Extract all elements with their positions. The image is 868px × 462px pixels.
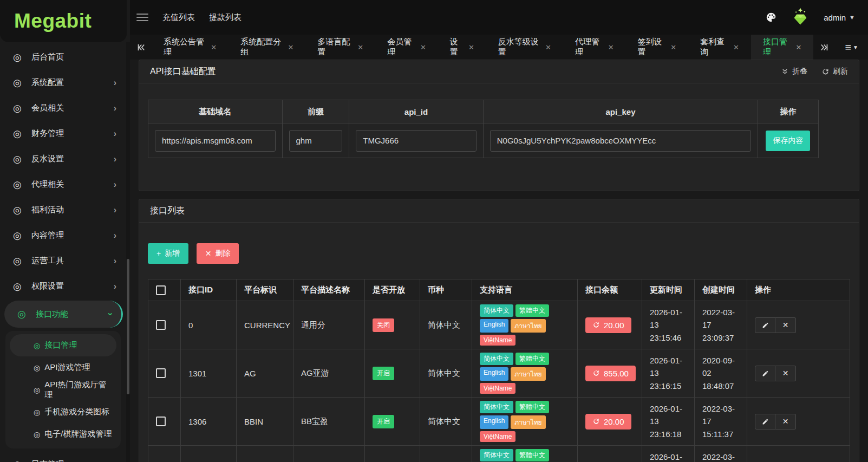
table-row: 0CURRENCY通用分关闭简体中文简体中文繁體中文Englishภาษาไทย… <box>148 301 850 349</box>
tab-close-icon[interactable]: ✕ <box>211 43 217 51</box>
collapse-button[interactable]: 折叠 <box>781 67 807 76</box>
tab-close-icon[interactable]: ✕ <box>670 43 676 51</box>
sidebar-subitem-2[interactable]: ◎API热门游戏厅管理 <box>5 379 121 401</box>
bullseye-icon: ◎ <box>13 179 31 191</box>
delete-row-button[interactable]: ✕ <box>775 414 796 430</box>
edit-button[interactable] <box>755 414 775 430</box>
refresh-button[interactable]: 刷新 <box>821 67 848 76</box>
interface-column-header: 平台标识 <box>237 279 293 301</box>
admin-user-dropdown[interactable]: admin ▼ <box>824 13 855 22</box>
api-config-column-header: 前缀 <box>282 100 349 123</box>
tab-item-4[interactable]: 设置✕ <box>438 35 486 60</box>
balance-refresh-badge[interactable]: 20.00 <box>585 414 631 430</box>
sidebar-item-1[interactable]: ◎系统配置› <box>0 70 126 95</box>
tab-close-icon[interactable]: ✕ <box>420 43 426 51</box>
sidebar-item-7[interactable]: ◎内容管理› <box>0 223 126 248</box>
bullseye-icon: ◎ <box>34 341 40 350</box>
row-checkbox[interactable] <box>156 320 166 330</box>
sidebar-subitem-0[interactable]: ◎接口管理 <box>10 334 116 356</box>
tab-close-icon[interactable]: ✕ <box>545 43 551 51</box>
sidebar-item-8[interactable]: ◎运营工具› <box>0 248 126 274</box>
interface-table: 接口ID平台标识平台描述名称是否开放币种支持语言接口余额更新时间创建时间操作 0… <box>148 279 850 462</box>
operations-cell: ✕ <box>747 398 850 446</box>
tab-item-8[interactable]: 套利查询✕ <box>688 35 751 60</box>
prefix-input[interactable] <box>289 130 343 152</box>
balance-refresh-badge[interactable]: 855.00 <box>585 366 636 381</box>
user-avatar-diamond-icon[interactable] <box>789 6 812 29</box>
platform-code-cell: BBIN <box>237 398 293 446</box>
bullseye-icon: ◎ <box>13 459 31 462</box>
tabs-scroll-left-icon[interactable] <box>130 35 152 60</box>
updated-time-cell: 2026-01-1323:16:18 <box>642 398 695 446</box>
tab-item-6[interactable]: 代理管理✕ <box>563 35 626 60</box>
row-select-cell <box>148 301 181 349</box>
sidebar-item-label: 福利活动 <box>31 205 114 215</box>
api-config-panel-header: API接口基础配置 折叠 刷新 <box>139 60 859 83</box>
theme-palette-icon[interactable] <box>765 11 777 23</box>
sidebar-item-5[interactable]: ◎代理相关› <box>0 172 126 197</box>
chevron-right-icon: › <box>114 180 116 190</box>
sidebar-scrollbar-thumb[interactable] <box>127 259 129 394</box>
tabs-options-menu[interactable]: ≡ ▼ <box>835 35 868 60</box>
sidebar-item-3[interactable]: ◎财务管理› <box>0 121 126 146</box>
sidebar-scrollbar[interactable] <box>126 42 130 462</box>
tab-close-icon[interactable]: ✕ <box>608 43 614 51</box>
bullseye-icon: ◎ <box>13 255 31 267</box>
tab-item-1[interactable]: 系统配置分组✕ <box>229 35 305 60</box>
interface-column-header: 币种 <box>420 279 472 301</box>
tab-item-7[interactable]: 签到设置✕ <box>626 35 689 60</box>
edit-button[interactable] <box>755 366 775 381</box>
row-checkbox[interactable] <box>156 417 166 426</box>
api-key-input[interactable] <box>490 130 751 152</box>
add-button[interactable]: + 新增 <box>148 243 188 264</box>
sidebar-subitem-label: 接口管理 <box>44 340 77 350</box>
language-badge: 繁體中文 <box>515 353 549 365</box>
sidebar-item-2[interactable]: ◎会员相关› <box>0 95 126 121</box>
tab-item-3[interactable]: 会员管理✕ <box>375 35 438 60</box>
row-checkbox[interactable] <box>156 368 166 378</box>
sidebar-item-label: 运营工具 <box>31 256 114 266</box>
delete-row-button[interactable]: ✕ <box>775 317 796 333</box>
base-domain-input[interactable] <box>155 130 276 152</box>
operations-cell: ✕ <box>747 446 850 462</box>
bullseye-icon: ◎ <box>13 204 31 216</box>
tab-label: 设置 <box>450 37 463 57</box>
save-content-button[interactable]: 保存内容 <box>766 131 810 151</box>
sidebar-item-11[interactable]: ◎日志管理› <box>0 452 126 462</box>
tab-close-icon[interactable]: ✕ <box>288 43 293 51</box>
sidebar-item-label: 代理相关 <box>31 179 114 190</box>
tab-item-2[interactable]: 多语言配置✕ <box>305 35 375 60</box>
balance-refresh-badge[interactable]: 20.00 <box>585 317 631 333</box>
sidebar-subitem-1[interactable]: ◎API游戏管理 <box>5 356 121 379</box>
tab-close-icon[interactable]: ✕ <box>796 43 802 51</box>
tab-close-icon[interactable]: ✕ <box>357 43 363 51</box>
tab-item-5[interactable]: 反水等级设置✕ <box>486 35 563 60</box>
edit-button[interactable] <box>755 317 775 333</box>
interface-id-cell: 1306 <box>181 398 237 446</box>
operation-buttons: ✕ <box>755 317 796 333</box>
tab-close-icon[interactable]: ✕ <box>733 43 739 51</box>
sidebar-subitem-4[interactable]: ◎电子/棋牌游戏管理 <box>5 423 121 445</box>
tabs-scroll-right-icon[interactable] <box>813 35 835 60</box>
sidebar-item-10[interactable]: ◎接口功能› <box>4 301 123 328</box>
tab-item-9[interactable]: 接口管理✕ <box>751 35 814 60</box>
sidebar-item-9[interactable]: ◎权限设置› <box>0 274 126 299</box>
sidebar-item-4[interactable]: ◎反水设置› <box>0 146 126 172</box>
tab-close-icon[interactable]: ✕ <box>468 43 474 51</box>
tab-item-0[interactable]: 系统公告管理✕ <box>152 35 229 60</box>
interface-column-header: 接口ID <box>181 279 237 301</box>
sidebar-item-label: 内容管理 <box>31 230 114 240</box>
top-link-recharge-list[interactable]: 充值列表 <box>162 12 195 23</box>
logo-block[interactable]: Megabit <box>0 0 127 42</box>
top-link-withdraw-list[interactable]: 提款列表 <box>209 12 242 23</box>
hamburger-menu-icon[interactable] <box>136 14 148 21</box>
sidebar-item-0[interactable]: ◎后台首页 <box>0 44 126 70</box>
select-all-checkbox[interactable] <box>156 285 166 295</box>
platform-code-cell: CURRENCY <box>237 301 293 349</box>
row-select-cell <box>148 349 181 398</box>
sidebar-subitem-3[interactable]: ◎手机游戏分类图标 <box>5 401 121 423</box>
sidebar-item-6[interactable]: ◎福利活动› <box>0 197 126 223</box>
delete-row-button[interactable]: ✕ <box>775 366 796 381</box>
api-id-input[interactable] <box>356 130 477 152</box>
delete-button[interactable]: ✕ 删除 <box>197 243 239 264</box>
